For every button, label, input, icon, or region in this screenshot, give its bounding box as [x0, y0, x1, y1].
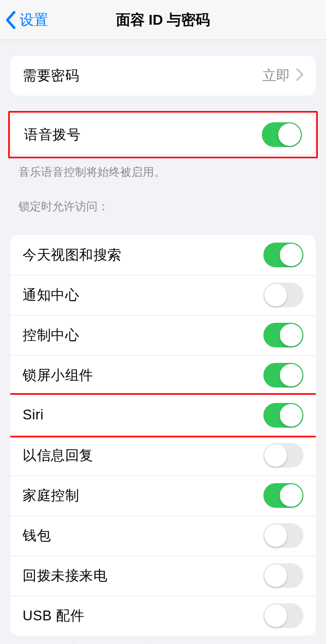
locked-row-控制中心: 控制中心 — [10, 315, 316, 355]
locked-access-footer: iPhone 锁定超过一小时后，需先解锁 iPhone 才能允许 USB 配件连… — [0, 636, 326, 644]
require-passcode-label: 需要密码 — [23, 66, 79, 85]
locked-toggle-以信息回复[interactable] — [263, 443, 303, 468]
locked-toggle-锁屏小组件[interactable] — [263, 363, 303, 388]
chevron-left-icon — [5, 11, 16, 29]
locked-toggle-usb-配件[interactable] — [263, 603, 303, 628]
locked-toggle-家庭控制[interactable] — [263, 483, 303, 508]
locked-label-siri: Siri — [23, 407, 44, 423]
locked-row-以信息回复: 以信息回复 — [10, 435, 316, 475]
locked-row-通知中心: 通知中心 — [10, 275, 316, 315]
back-button[interactable]: 设置 — [5, 10, 48, 30]
locked-row-家庭控制: 家庭控制 — [10, 475, 316, 516]
locked-label-以信息回复: 以信息回复 — [23, 446, 93, 465]
voice-dial-footer: 音乐语音控制将始终被启用。 — [0, 158, 326, 180]
locked-row-回拨未接来电: 回拨未接来电 — [10, 556, 316, 596]
locked-toggle-今天视图和搜索[interactable] — [263, 243, 303, 267]
locked-label-家庭控制: 家庭控制 — [23, 486, 79, 505]
locked-label-今天视图和搜索: 今天视图和搜索 — [23, 246, 122, 264]
locked-row-今天视图和搜索: 今天视图和搜索 — [10, 235, 316, 275]
locked-label-控制中心: 控制中心 — [23, 326, 79, 344]
voice-dial-row: 语音拨号 — [12, 115, 314, 155]
back-label: 设置 — [20, 10, 48, 30]
locked-row-锁屏小组件: 锁屏小组件 — [10, 355, 316, 395]
require-passcode-row[interactable]: 需要密码 立即 — [10, 56, 316, 96]
locked-access-group: 今天视图和搜索通知中心控制中心锁屏小组件Siri以信息回复家庭控制钱包回拨未接来… — [10, 235, 316, 636]
voice-dial-label: 语音拨号 — [24, 125, 81, 144]
locked-toggle-通知中心[interactable] — [263, 283, 303, 307]
locked-row-siri: Siri — [10, 395, 316, 435]
voice-dial-highlight: 语音拨号 — [8, 111, 318, 158]
chevron-right-icon — [296, 68, 303, 83]
locked-access-header: 锁定时允许访问： — [0, 180, 326, 219]
page-title: 面容 ID 与密码 — [5, 10, 321, 30]
locked-label-通知中心: 通知中心 — [23, 286, 79, 304]
header-bar: 设置 面容 ID 与密码 — [0, 0, 326, 40]
locked-row-钱包: 钱包 — [10, 516, 316, 556]
locked-label-回拨未接来电: 回拨未接来电 — [23, 566, 107, 585]
locked-toggle-siri[interactable] — [263, 403, 303, 428]
locked-toggle-控制中心[interactable] — [263, 323, 303, 347]
siri-highlight: Siri — [10, 395, 316, 435]
locked-label-usb-配件: USB 配件 — [23, 606, 84, 625]
require-passcode-value: 立即 — [262, 66, 290, 85]
locked-label-钱包: 钱包 — [23, 526, 51, 545]
locked-toggle-回拨未接来电[interactable] — [263, 563, 303, 588]
require-passcode-group: 需要密码 立即 — [10, 56, 316, 96]
locked-label-锁屏小组件: 锁屏小组件 — [23, 366, 93, 384]
locked-toggle-钱包[interactable] — [263, 523, 303, 548]
voice-dial-toggle[interactable] — [262, 122, 302, 147]
locked-row-usb-配件: USB 配件 — [10, 596, 316, 636]
